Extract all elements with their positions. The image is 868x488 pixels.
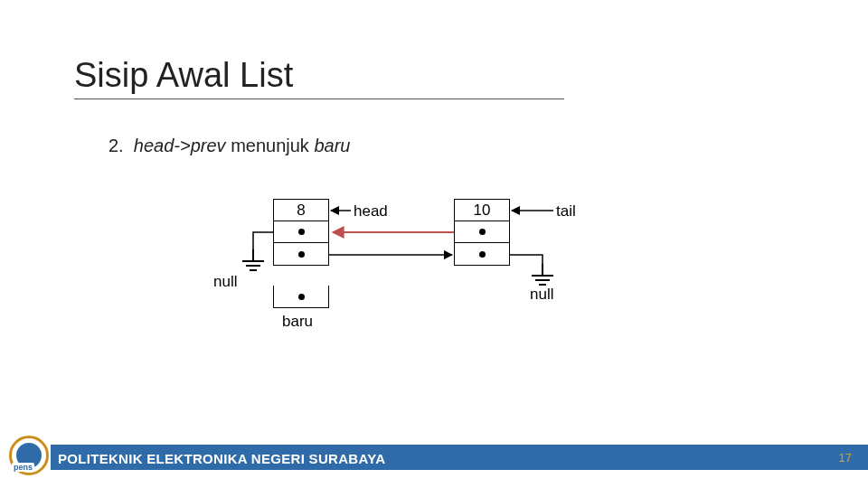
ground-icon (242, 249, 264, 273)
logo-text: pens (12, 463, 34, 472)
ground-icon (532, 264, 553, 287)
step-code-1: head->prev (134, 136, 226, 155)
logo-pens: pens (9, 436, 49, 475)
label-head: head (354, 202, 388, 221)
step-plain: menunjuk (231, 136, 309, 155)
dot-icon (298, 251, 305, 258)
slide-title: Sisip Awal List (74, 56, 564, 99)
page-number: 17 (839, 451, 852, 465)
step-text: 2. head->prev menunjuk baru (108, 136, 350, 156)
label-null-left: null (213, 273, 237, 291)
node-tail-prev (455, 221, 509, 243)
node-head: 8 (273, 199, 329, 266)
dot-icon (479, 229, 486, 235)
dot-icon (298, 294, 305, 300)
node-head-extra (273, 286, 329, 308)
node-head-prev (274, 221, 328, 243)
node-tail-next (455, 243, 509, 265)
dot-icon (479, 251, 486, 258)
footer-org: POLITEKNIK ELEKTRONIKA NEGERI SURABAYA (58, 451, 385, 466)
node-tail: 10 (454, 199, 510, 266)
node-head-value: 8 (274, 200, 328, 221)
step-number: 2. (108, 136, 124, 155)
dot-icon (298, 229, 305, 235)
label-tail: tail (556, 202, 576, 221)
node-head-extra-cell (274, 286, 328, 307)
node-tail-value: 10 (455, 200, 509, 221)
node-head-next (274, 243, 328, 265)
label-null-right: null (530, 286, 553, 304)
step-code-2: baru (314, 136, 350, 155)
label-baru: baru (282, 313, 313, 331)
